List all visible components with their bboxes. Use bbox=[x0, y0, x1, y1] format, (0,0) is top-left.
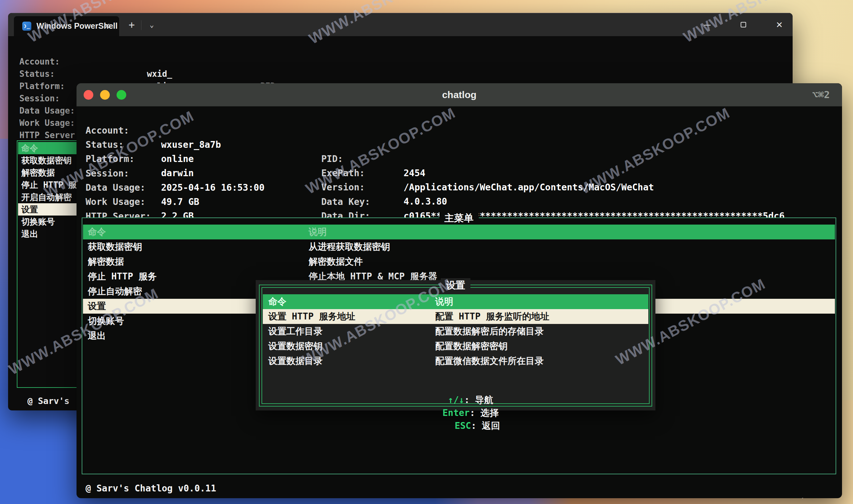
info-row: Work Usage: 2.2 GB Work Dir: /Users/sarv… bbox=[76, 181, 842, 195]
cell-cmd: 停止自动解密 bbox=[88, 284, 142, 299]
settings-dialog: 设置 命令 说明 设置 HTTP 服务地址 配置 HTTP 服务监听的地址 设置… bbox=[256, 280, 656, 410]
table-row[interactable]: 获取数据密钥 从进程获取数据密钥 bbox=[83, 239, 835, 254]
tab-dropdown-icon[interactable]: ⌄ bbox=[144, 18, 159, 33]
cell-cmd: 设置数据目录 bbox=[268, 354, 323, 368]
shortcut-key: ↑/↓ bbox=[761, 497, 777, 498]
shortcut-label: : 导航 bbox=[777, 497, 806, 498]
powershell-icon: ❯_ bbox=[22, 22, 31, 31]
maximize-button[interactable] bbox=[733, 16, 754, 33]
new-tab-button[interactable]: + bbox=[124, 18, 139, 33]
cell-desc: 配置 HTTP 服务监听的地址 bbox=[435, 309, 549, 324]
desktop: ❯_ Windows PowerShell ✕ + ⌄ ✕ Account: w… bbox=[0, 0, 853, 504]
info-row: HTTP Server: [已启动] [127.0.0.1:5030] Auto… bbox=[76, 195, 842, 210]
shortcut-key: ↑/↓ bbox=[448, 395, 464, 405]
cell-cmd: 切换账号 bbox=[88, 313, 124, 328]
dialog-shortcut-hints: ↑/↓: 导航 Enter: 选择 ESC: 返回 bbox=[256, 381, 656, 394]
dialog-title: 设置 bbox=[441, 278, 470, 292]
shortcut-label: : 导航 bbox=[464, 395, 493, 405]
cell-cmd: 设置数据密钥 bbox=[268, 339, 323, 354]
status-bar: @ Sarv's Chatlog v0.0.11 ↑/↓: 导航 ←/→: 切换… bbox=[76, 481, 842, 496]
table-header-row: 命令 说明 bbox=[83, 224, 835, 239]
minimize-button[interactable] bbox=[696, 16, 718, 33]
cell-cmd: 设置工作目录 bbox=[268, 324, 323, 339]
table-header-row: 命令 说明 bbox=[263, 294, 648, 309]
column-header-desc: 说明 bbox=[309, 224, 327, 239]
cell-cmd: 设置 HTTP 服务地址 bbox=[268, 309, 355, 324]
tab-close-icon[interactable]: ✕ bbox=[102, 21, 112, 31]
cell-desc: 配置数据解密后的存储目录 bbox=[435, 324, 544, 339]
window-title: chatlog bbox=[76, 83, 842, 107]
tab-separator bbox=[141, 20, 141, 30]
info-row: Platform: darwin Version: 4.0.3.80 bbox=[76, 138, 842, 152]
cell-cmd: 停止 HTTP 服务 bbox=[88, 269, 157, 284]
info-label: HTTP Server: bbox=[19, 129, 80, 141]
window-hotkey-badge: ⌥⌘2 bbox=[812, 83, 830, 107]
table-row[interactable]: 解密数据 解密数据文件 bbox=[83, 254, 835, 269]
main-menu-title: 主菜单 bbox=[439, 211, 479, 225]
ps-status-text: @ Sarv's bbox=[28, 395, 69, 407]
cell-cmd: 获取数据密钥 bbox=[88, 239, 142, 254]
info-row: Session: 2025-04-16 16:53:00 Data Key: c… bbox=[76, 152, 842, 166]
cell-cmd: 退出 bbox=[88, 328, 106, 343]
cell-cmd: 解密数据 bbox=[88, 254, 124, 269]
dialog-row-selected[interactable]: 设置 HTTP 服务地址 配置 HTTP 服务监听的地址 bbox=[263, 309, 648, 324]
info-row: Status: online ExePath: /Applications/We… bbox=[76, 124, 842, 138]
minimize-icon bbox=[704, 25, 711, 25]
statusbar-shortcut-hints: ↑/↓: 导航 ←/→: 切换标签 Enter: 选择 ESC: 返回 Ctrl… bbox=[717, 481, 836, 498]
shortcut-key: Enter bbox=[442, 408, 469, 418]
shortcut-key: ESC bbox=[455, 420, 471, 431]
info-row: Account: wxuser_8a7b PID: 2454 bbox=[76, 109, 842, 124]
info-row: Status: online ExePath: C:\Program Files… bbox=[8, 55, 793, 68]
column-header-cmd: 命令 bbox=[88, 224, 106, 239]
app-version-text: @ Sarv's Chatlog v0.0.11 bbox=[86, 481, 216, 496]
info-row: Data Usage: 49.7 GB Data Dir: /Users/sar… bbox=[76, 166, 842, 181]
maximize-icon bbox=[741, 22, 746, 28]
cell-desc: 配置数据解密密钥 bbox=[435, 339, 507, 354]
chatlog-window: chatlog ⌥⌘2 Account: wxuser_8a7b PID: 24… bbox=[76, 83, 842, 498]
column-header-desc: 说明 bbox=[435, 294, 453, 309]
cell-desc: 配置微信数据文件所在目录 bbox=[435, 354, 544, 368]
shortcut-label: : 返回 bbox=[471, 420, 500, 431]
dialog-row[interactable]: 设置工作目录 配置数据解密后的存储目录 bbox=[263, 324, 648, 339]
mac-title-bar[interactable]: chatlog ⌥⌘2 bbox=[76, 83, 842, 107]
dialog-row[interactable]: 设置数据目录 配置微信数据文件所在目录 bbox=[263, 354, 648, 368]
ps-tab-bar: ❯_ Windows PowerShell ✕ + ⌄ ✕ bbox=[8, 13, 793, 36]
info-row: Account: wxid_ PID: 14176 bbox=[8, 43, 793, 55]
cell-desc: 从进程获取数据密钥 bbox=[309, 239, 390, 254]
ps-tab-windows-powershell[interactable]: ❯_ Windows PowerShell ✕ bbox=[14, 16, 119, 36]
close-button[interactable]: ✕ bbox=[769, 16, 790, 33]
cell-cmd: 设置 bbox=[88, 299, 106, 313]
dialog-row[interactable]: 设置数据密钥 配置数据解密密钥 bbox=[263, 339, 648, 354]
shortcut-label: : 选择 bbox=[470, 408, 499, 418]
info-row: Platform: windows Version: 4.0.3.36 bbox=[8, 68, 793, 80]
cell-desc: 解密数据文件 bbox=[309, 254, 363, 269]
column-header-cmd: 命令 bbox=[268, 294, 286, 309]
